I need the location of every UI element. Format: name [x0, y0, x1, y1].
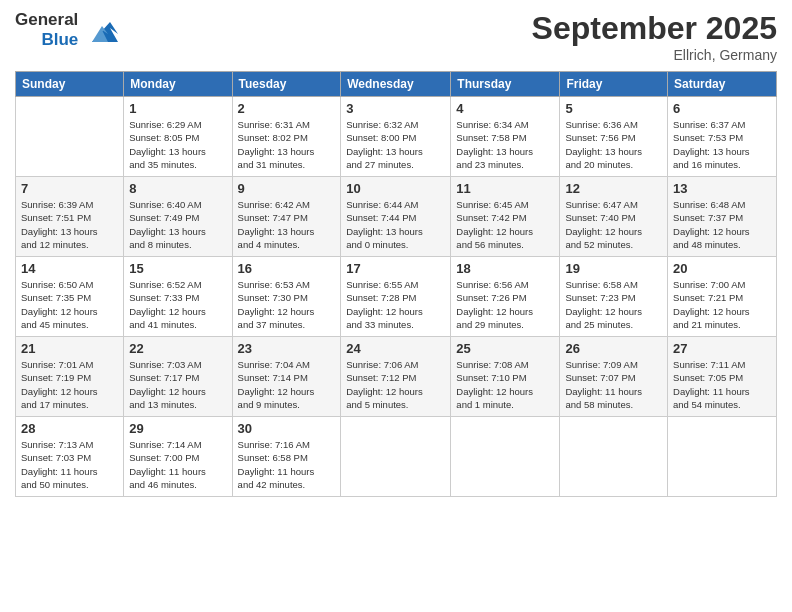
week-row-5: 28Sunrise: 7:13 AMSunset: 7:03 PMDayligh…: [16, 417, 777, 497]
day-number: 17: [346, 261, 445, 276]
calendar-cell: 8Sunrise: 6:40 AMSunset: 7:49 PMDaylight…: [124, 177, 232, 257]
day-info: Sunrise: 6:58 AMSunset: 7:23 PMDaylight:…: [565, 278, 662, 331]
day-info: Sunrise: 6:50 AMSunset: 7:35 PMDaylight:…: [21, 278, 118, 331]
day-info: Sunrise: 6:34 AMSunset: 7:58 PMDaylight:…: [456, 118, 554, 171]
calendar-cell: 10Sunrise: 6:44 AMSunset: 7:44 PMDayligh…: [341, 177, 451, 257]
weekday-header-friday: Friday: [560, 72, 668, 97]
day-number: 28: [21, 421, 118, 436]
calendar-cell: 14Sunrise: 6:50 AMSunset: 7:35 PMDayligh…: [16, 257, 124, 337]
day-number: 19: [565, 261, 662, 276]
weekday-header-saturday: Saturday: [668, 72, 777, 97]
day-number: 3: [346, 101, 445, 116]
day-info: Sunrise: 6:44 AMSunset: 7:44 PMDaylight:…: [346, 198, 445, 251]
calendar-cell: 15Sunrise: 6:52 AMSunset: 7:33 PMDayligh…: [124, 257, 232, 337]
calendar-cell: 28Sunrise: 7:13 AMSunset: 7:03 PMDayligh…: [16, 417, 124, 497]
month-title: September 2025: [532, 10, 777, 47]
calendar-cell: 20Sunrise: 7:00 AMSunset: 7:21 PMDayligh…: [668, 257, 777, 337]
calendar-cell: 23Sunrise: 7:04 AMSunset: 7:14 PMDayligh…: [232, 337, 341, 417]
weekday-header-wednesday: Wednesday: [341, 72, 451, 97]
calendar-cell: 18Sunrise: 6:56 AMSunset: 7:26 PMDayligh…: [451, 257, 560, 337]
week-row-2: 7Sunrise: 6:39 AMSunset: 7:51 PMDaylight…: [16, 177, 777, 257]
day-number: 21: [21, 341, 118, 356]
day-number: 11: [456, 181, 554, 196]
day-info: Sunrise: 6:48 AMSunset: 7:37 PMDaylight:…: [673, 198, 771, 251]
day-info: Sunrise: 7:09 AMSunset: 7:07 PMDaylight:…: [565, 358, 662, 411]
logo-general: General: [15, 10, 78, 30]
day-number: 27: [673, 341, 771, 356]
day-info: Sunrise: 6:39 AMSunset: 7:51 PMDaylight:…: [21, 198, 118, 251]
day-info: Sunrise: 7:04 AMSunset: 7:14 PMDaylight:…: [238, 358, 336, 411]
day-info: Sunrise: 6:45 AMSunset: 7:42 PMDaylight:…: [456, 198, 554, 251]
calendar-cell: 16Sunrise: 6:53 AMSunset: 7:30 PMDayligh…: [232, 257, 341, 337]
calendar-cell: 19Sunrise: 6:58 AMSunset: 7:23 PMDayligh…: [560, 257, 668, 337]
logo-blue: Blue: [41, 30, 78, 50]
day-info: Sunrise: 7:06 AMSunset: 7:12 PMDaylight:…: [346, 358, 445, 411]
weekday-header-row: SundayMondayTuesdayWednesdayThursdayFrid…: [16, 72, 777, 97]
calendar-cell: 12Sunrise: 6:47 AMSunset: 7:40 PMDayligh…: [560, 177, 668, 257]
calendar-cell: 11Sunrise: 6:45 AMSunset: 7:42 PMDayligh…: [451, 177, 560, 257]
calendar-cell: 22Sunrise: 7:03 AMSunset: 7:17 PMDayligh…: [124, 337, 232, 417]
day-info: Sunrise: 6:40 AMSunset: 7:49 PMDaylight:…: [129, 198, 226, 251]
day-info: Sunrise: 7:11 AMSunset: 7:05 PMDaylight:…: [673, 358, 771, 411]
day-info: Sunrise: 6:32 AMSunset: 8:00 PMDaylight:…: [346, 118, 445, 171]
day-number: 10: [346, 181, 445, 196]
day-number: 5: [565, 101, 662, 116]
day-info: Sunrise: 6:42 AMSunset: 7:47 PMDaylight:…: [238, 198, 336, 251]
day-number: 20: [673, 261, 771, 276]
day-number: 1: [129, 101, 226, 116]
calendar-cell: 27Sunrise: 7:11 AMSunset: 7:05 PMDayligh…: [668, 337, 777, 417]
day-number: 30: [238, 421, 336, 436]
day-info: Sunrise: 7:08 AMSunset: 7:10 PMDaylight:…: [456, 358, 554, 411]
day-number: 15: [129, 261, 226, 276]
location: Ellrich, Germany: [532, 47, 777, 63]
day-info: Sunrise: 6:31 AMSunset: 8:02 PMDaylight:…: [238, 118, 336, 171]
day-number: 13: [673, 181, 771, 196]
calendar-cell: 6Sunrise: 6:37 AMSunset: 7:53 PMDaylight…: [668, 97, 777, 177]
day-number: 22: [129, 341, 226, 356]
day-info: Sunrise: 7:01 AMSunset: 7:19 PMDaylight:…: [21, 358, 118, 411]
day-info: Sunrise: 6:47 AMSunset: 7:40 PMDaylight:…: [565, 198, 662, 251]
calendar-cell: [451, 417, 560, 497]
day-info: Sunrise: 6:52 AMSunset: 7:33 PMDaylight:…: [129, 278, 226, 331]
day-info: Sunrise: 6:56 AMSunset: 7:26 PMDaylight:…: [456, 278, 554, 331]
calendar-cell: 21Sunrise: 7:01 AMSunset: 7:19 PMDayligh…: [16, 337, 124, 417]
day-number: 14: [21, 261, 118, 276]
day-number: 23: [238, 341, 336, 356]
week-row-4: 21Sunrise: 7:01 AMSunset: 7:19 PMDayligh…: [16, 337, 777, 417]
day-number: 8: [129, 181, 226, 196]
weekday-header-sunday: Sunday: [16, 72, 124, 97]
calendar-cell: 30Sunrise: 7:16 AMSunset: 6:58 PMDayligh…: [232, 417, 341, 497]
calendar-cell: [341, 417, 451, 497]
day-info: Sunrise: 6:29 AMSunset: 8:05 PMDaylight:…: [129, 118, 226, 171]
day-info: Sunrise: 7:03 AMSunset: 7:17 PMDaylight:…: [129, 358, 226, 411]
day-info: Sunrise: 6:37 AMSunset: 7:53 PMDaylight:…: [673, 118, 771, 171]
weekday-header-tuesday: Tuesday: [232, 72, 341, 97]
day-number: 29: [129, 421, 226, 436]
day-number: 6: [673, 101, 771, 116]
day-number: 4: [456, 101, 554, 116]
day-info: Sunrise: 7:13 AMSunset: 7:03 PMDaylight:…: [21, 438, 118, 491]
weekday-header-thursday: Thursday: [451, 72, 560, 97]
day-info: Sunrise: 6:55 AMSunset: 7:28 PMDaylight:…: [346, 278, 445, 331]
calendar-cell: 29Sunrise: 7:14 AMSunset: 7:00 PMDayligh…: [124, 417, 232, 497]
day-number: 16: [238, 261, 336, 276]
day-number: 9: [238, 181, 336, 196]
logo-icon: [82, 12, 118, 48]
page-container: General Blue September 2025 Ellrich, Ger…: [0, 0, 792, 507]
weekday-header-monday: Monday: [124, 72, 232, 97]
calendar-cell: 1Sunrise: 6:29 AMSunset: 8:05 PMDaylight…: [124, 97, 232, 177]
calendar-cell: 4Sunrise: 6:34 AMSunset: 7:58 PMDaylight…: [451, 97, 560, 177]
calendar-cell: 7Sunrise: 6:39 AMSunset: 7:51 PMDaylight…: [16, 177, 124, 257]
day-number: 12: [565, 181, 662, 196]
day-number: 18: [456, 261, 554, 276]
calendar-cell: [560, 417, 668, 497]
logo: General Blue: [15, 10, 118, 50]
day-number: 24: [346, 341, 445, 356]
calendar-cell: [668, 417, 777, 497]
day-info: Sunrise: 6:36 AMSunset: 7:56 PMDaylight:…: [565, 118, 662, 171]
page-header: General Blue September 2025 Ellrich, Ger…: [15, 10, 777, 63]
calendar-table: SundayMondayTuesdayWednesdayThursdayFrid…: [15, 71, 777, 497]
calendar-cell: 24Sunrise: 7:06 AMSunset: 7:12 PMDayligh…: [341, 337, 451, 417]
calendar-cell: [16, 97, 124, 177]
day-number: 7: [21, 181, 118, 196]
